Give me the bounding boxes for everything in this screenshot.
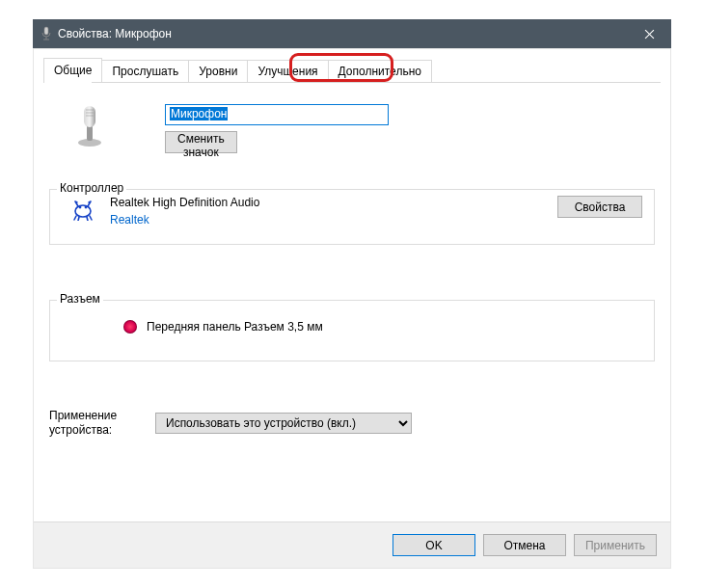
close-button[interactable] bbox=[628, 19, 671, 48]
svg-rect-0 bbox=[44, 27, 48, 35]
window-title: Свойства: Микрофон bbox=[54, 27, 628, 40]
tab-levels[interactable]: Уровни bbox=[188, 60, 248, 82]
jack-group-label: Разъем bbox=[57, 292, 103, 306]
device-usage-label: Применение устройства: bbox=[49, 409, 146, 438]
controller-group-label: Контроллер bbox=[57, 181, 126, 195]
ok-button[interactable]: OK bbox=[393, 534, 475, 556]
svg-point-13 bbox=[85, 206, 88, 209]
device-name-input[interactable]: Микрофон bbox=[165, 104, 389, 125]
microphone-icon bbox=[72, 104, 111, 143]
button-bar: OK Отмена Применить bbox=[34, 521, 670, 568]
tab-general[interactable]: Общие bbox=[43, 58, 102, 82]
controller-manufacturer-link[interactable]: Realtek bbox=[110, 213, 149, 227]
tab-listen[interactable]: Прослушать bbox=[101, 60, 189, 82]
jack-description: Передняя панель Разъем 3,5 мм bbox=[147, 320, 323, 334]
window-frame: Свойства: Микрофон Общие Прослушать Уров… bbox=[0, 0, 704, 588]
tabstrip: Общие Прослушать Уровни Улучшения Дополн… bbox=[43, 57, 661, 82]
change-icon-button[interactable]: Сменить значок bbox=[165, 131, 237, 153]
tab-enhancements[interactable]: Улучшения bbox=[247, 60, 328, 82]
svg-rect-7 bbox=[84, 106, 95, 127]
titlebar: Свойства: Микрофон bbox=[33, 19, 671, 48]
tab-advanced[interactable]: Дополнительно bbox=[328, 60, 432, 82]
controller-group: Контроллер Realtek High Definition Audio… bbox=[49, 189, 655, 245]
close-icon bbox=[644, 29, 655, 40]
controller-name: Realtek High Definition Audio bbox=[110, 196, 259, 209]
apply-button[interactable]: Применить bbox=[574, 534, 657, 556]
controller-properties-button[interactable]: Свойства bbox=[557, 196, 642, 218]
svg-point-12 bbox=[79, 206, 82, 209]
device-usage-select[interactable]: Использовать это устройство (вкл.) bbox=[155, 413, 412, 434]
jack-group: Разъем Передняя панель Разъем 3,5 мм bbox=[49, 300, 655, 361]
cancel-button[interactable]: Отмена bbox=[483, 534, 566, 556]
realtek-icon bbox=[71, 198, 95, 221]
titlebar-mic-icon bbox=[33, 26, 54, 41]
jack-color-icon bbox=[123, 320, 137, 334]
svg-point-11 bbox=[75, 205, 91, 217]
window-body: Общие Прослушать Уровни Улучшения Дополн… bbox=[33, 48, 671, 569]
tab-content: Микрофон Сменить значок Контроллер Realt bbox=[43, 83, 661, 521]
device-name-value: Микрофон bbox=[170, 107, 228, 120]
